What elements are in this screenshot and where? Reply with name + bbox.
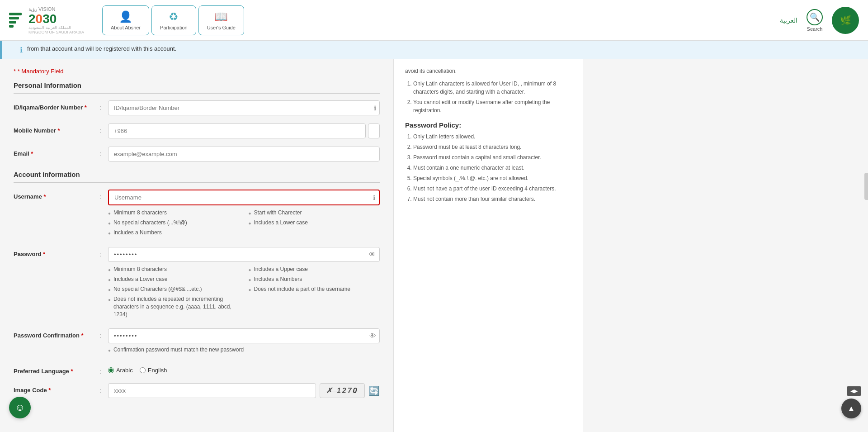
rule-5: Only Latin characters is allowed for Use… (413, 80, 572, 96)
pwd-bullet-2: ● (108, 277, 111, 283)
hint-includes-numbers: ● Includes a Numbers (108, 229, 240, 237)
search-button[interactable]: 🔍 Search (807, 9, 823, 32)
english-radio[interactable] (140, 367, 146, 373)
pwd-hint-min: ● Minimum 8 characters (108, 266, 240, 273)
password-policy-list: Only Latin letters allowed. Password mus… (405, 133, 572, 203)
mobile-required: * (58, 127, 60, 134)
id-input[interactable] (108, 100, 380, 115)
password-hints-right: ● Includes a Upper case ● Includes a Num… (248, 266, 380, 320)
bullet-5: ● (248, 220, 251, 227)
coat-of-arms-logo: 🌿 (832, 7, 859, 34)
pwd-bullet-7: ● (248, 287, 251, 293)
policy-rule-5: Special symbols (_.%.!.@. etc.) are not … (413, 174, 572, 182)
preferred-lang-row: Preferred Language * : Arabic English (14, 364, 380, 375)
pwd-hint-numbers-text: Includes a Numbers (254, 275, 302, 283)
logo-area: رؤية VISION 2030 المملكة العربية السعودي… (9, 6, 84, 34)
vision-text-block: رؤية VISION 2030 المملكة العربية السعودي… (28, 6, 84, 34)
chat-icon: ☺ (15, 402, 25, 413)
hint-min-chars: ● Minimum 8 characters (108, 209, 240, 217)
policy-rule-4: Must contain a one numeric character at … (413, 164, 572, 172)
notification-text: from that account and will be registered… (27, 45, 176, 52)
username-rules-list: Only Latin characters is allowed for Use… (405, 80, 572, 114)
phone-wrap: +966 (108, 123, 380, 138)
english-radio-option[interactable]: English (140, 367, 167, 374)
bullet-4: ● (248, 210, 251, 217)
hint-start-with-char: ● Start with Charecter (248, 209, 380, 217)
pwd-hint-lowercase-text: Includes a Lower case (113, 275, 167, 283)
image-code-input[interactable] (108, 383, 316, 398)
coat-emblem: 🌿 (840, 15, 851, 26)
arabic-language-link[interactable]: العربية (780, 17, 797, 24)
mandatory-field-notice: * * Mandatory Field (14, 68, 380, 75)
nav-about-absher[interactable]: 👤 About Absher (102, 5, 149, 35)
hint-includes-numbers-text: Includes a Numbers (113, 229, 162, 237)
pwd-hint-no-repeat-text: Does not includes a repeated or incremen… (113, 295, 240, 318)
email-field-row: Email * : (14, 147, 380, 161)
header-nav: 👤 About Absher ♻ Participation 📖 User's … (102, 5, 244, 35)
scroll-to-top-button[interactable]: ▲ (841, 399, 861, 418)
password-confirm-input[interactable] (108, 328, 380, 343)
search-label: Search (807, 26, 823, 32)
preferred-lang-label-text: Preferred Language (14, 368, 69, 375)
hint-no-special: ● No special characters (...%!@) (108, 219, 240, 227)
password-confirm-label: Password Confirmation * (14, 328, 95, 339)
pwd-bullet-1: ● (108, 267, 111, 273)
password-confirm-toggle-icon[interactable]: 👁 (369, 332, 376, 340)
email-input[interactable] (108, 147, 380, 161)
language-radio-group: Arabic English (108, 364, 380, 374)
phone-code-input[interactable]: +966 (108, 123, 366, 138)
password-input[interactable] (108, 247, 380, 262)
chat-expand-button[interactable]: ◀▶ (847, 386, 861, 396)
username-hints-right: ● Start with Charecter ● Includes a Lowe… (248, 209, 380, 239)
username-input[interactable] (109, 190, 365, 204)
id-input-wrap: ℹ (108, 100, 380, 115)
nav-guide-label: User's Guide (207, 25, 236, 30)
username-hints: ● Minimum 8 characters ● No special char… (108, 209, 380, 239)
search-icon: 🔍 (807, 9, 823, 25)
username-label-text: Username (14, 193, 42, 200)
password-confirm-wrap: 👁 ● Confirmation password must match the… (108, 328, 380, 356)
username-colon: : (99, 190, 104, 200)
account-info-title: Account Information (14, 171, 380, 183)
arabic-radio-option[interactable]: Arabic (108, 367, 133, 374)
phone-number-input[interactable] (368, 123, 380, 138)
pwd-confirm-hint: ● Confirmation password must match the n… (108, 346, 380, 354)
site-header: رؤية VISION 2030 المملكة العربية السعودي… (0, 0, 868, 41)
policy-rule-1: Only Latin letters allowed. (413, 133, 572, 141)
password-field-wrap: 👁 (108, 247, 380, 262)
logo-bar-2 (9, 17, 19, 19)
id-label-text: ID/Iqama/Border Number (14, 104, 83, 111)
password-colon: : (99, 247, 104, 258)
pwd-confirm-bullet: ● (108, 347, 111, 354)
logo-bar-3 (9, 21, 16, 24)
nav-users-guide[interactable]: 📖 User's Guide (198, 5, 244, 35)
users-guide-icon: 📖 (214, 10, 228, 23)
username-hints-left: ● Minimum 8 characters ● No special char… (108, 209, 240, 239)
policy-rule-2: Password must be at least 8 characters l… (413, 143, 572, 151)
arabic-radio[interactable] (108, 367, 114, 373)
id-required: * (85, 104, 87, 111)
image-code-wrap: ✗ 1270 🔄 (108, 383, 380, 398)
rule-6: You cannot edit or modify Username after… (413, 98, 572, 114)
pwd-hint-no-repeat: ● Does not includes a repeated or increm… (108, 295, 240, 318)
email-label-text: Email (14, 150, 29, 157)
chat-bubble-button[interactable]: ☺ (9, 397, 31, 418)
password-required: * (43, 251, 45, 257)
email-colon: : (99, 147, 104, 157)
personal-info-title: Personal Information (14, 81, 380, 94)
password-hints-left: ● Minimum 8 characters ● Includes a Lowe… (108, 266, 240, 320)
scroll-bar-indicator (864, 173, 868, 200)
logo-bar-4 (9, 25, 14, 28)
refresh-captcha-icon[interactable]: 🔄 (368, 385, 380, 396)
id-info-icon[interactable]: ℹ (374, 104, 376, 112)
password-toggle-visibility-icon[interactable]: 👁 (369, 251, 376, 259)
password-confirm-row: Password Confirmation * : 👁 ● Confirmati… (14, 328, 380, 356)
pwd-bullet-5: ● (248, 267, 251, 273)
arabic-label: Arabic (116, 367, 133, 374)
password-confirm-field-wrap: 👁 (108, 328, 380, 343)
kingdom-label: المملكة العربية السعوديةKINGDOM OF SAUDI… (28, 25, 84, 34)
pwd-hint-no-special-text: No special Characters (@#$&....etc.) (113, 285, 202, 293)
username-info-icon[interactable]: ℹ (373, 194, 375, 201)
nav-participation[interactable]: ♻ Participation (151, 5, 196, 35)
nav-participation-label: Participation (160, 25, 188, 30)
